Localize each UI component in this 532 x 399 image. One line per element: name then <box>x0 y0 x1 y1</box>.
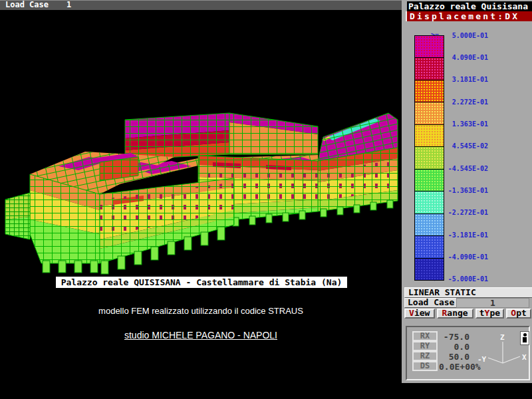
rz-value: 50.0 <box>439 352 469 362</box>
options-button[interactable]: Opt <box>506 309 531 319</box>
result-type-bar[interactable]: Displacement:DX <box>406 11 532 21</box>
statusbar: Load Case 1 <box>0 0 402 10</box>
type-button[interactable]: tYpe <box>475 309 505 319</box>
svg-text:X: X <box>522 353 527 362</box>
rz-button[interactable]: RZ <box>412 351 438 361</box>
legend-tick-label: 4.090E-01 <box>402 54 488 61</box>
statusbar-load-case-label: Load Case <box>5 1 49 9</box>
legend-tick-label: 1.363E-01 <box>402 120 488 128</box>
svg-text:Z: Z <box>500 333 505 342</box>
ry-button[interactable]: RY <box>412 341 438 351</box>
person-body <box>523 337 527 342</box>
legend-tick-label: 2.272E-01 <box>402 98 488 106</box>
rx-value: -75.0 <box>439 332 469 342</box>
load-case-value[interactable]: 1 <box>456 298 529 308</box>
statusbar-load-case-value: 1 <box>66 1 71 9</box>
observer-person-icon[interactable] <box>520 331 529 345</box>
model-caption-bar: Palazzo reale QUISISANA - Castellammare … <box>56 277 347 288</box>
model-caption-line2: modello FEM realizzato utilizzando il co… <box>0 306 402 316</box>
legend-tick-label: -1.363E-01 <box>402 187 488 194</box>
person-head <box>523 333 527 336</box>
model-far-left-block <box>5 193 30 239</box>
legend-tick-label: 3.181E-01 <box>402 76 488 83</box>
legend-tick-label: 5.000E-01 <box>402 32 488 39</box>
fem-model <box>5 113 398 274</box>
analysis-type-bar: LINEAR STATIC <box>404 287 532 298</box>
view-button[interactable]: View <box>404 309 435 319</box>
orientation-panel: RX -75.0 RY 0.0 RZ 50.0 DS 0.0E+00% Z -Y… <box>406 326 530 380</box>
ds-button[interactable]: DS <box>412 361 438 371</box>
ry-value: 0.0 <box>439 342 469 352</box>
range-button[interactable]: Range <box>437 309 473 319</box>
legend-tick-label: -4.090E-01 <box>402 253 488 261</box>
legend-tick-label: -5.000E-01 <box>402 275 488 283</box>
legend-tick-label: -2.272E-01 <box>402 209 488 216</box>
control-panel: Palazzo reale Quisisana Displacement:DX … <box>402 0 532 383</box>
model-caption-line3: studio MICHELE PAGANO - NAPOLI <box>0 330 402 340</box>
rx-button[interactable]: RX <box>412 331 438 341</box>
svg-text:-Y: -Y <box>477 355 487 364</box>
legend-tick-label: -4.545E-02 <box>402 165 488 172</box>
application-window: Load Case 1 Palazzo reale QUISISANA - Ca… <box>0 0 532 399</box>
legend-labels: 5.000E-014.090E-013.181E-012.272E-011.36… <box>402 35 488 288</box>
load-case-button[interactable]: Load Case <box>404 298 458 308</box>
panel-title: Palazzo reale Quisisana <box>407 1 532 11</box>
panel-button-row: View Range tYpe Opt <box>404 309 531 319</box>
legend-tick-label: 4.545E-02 <box>402 142 488 150</box>
model-rear-block <box>125 113 318 160</box>
legend-tick-label: -3.181E-01 <box>402 231 488 239</box>
model-left-front <box>100 178 234 274</box>
